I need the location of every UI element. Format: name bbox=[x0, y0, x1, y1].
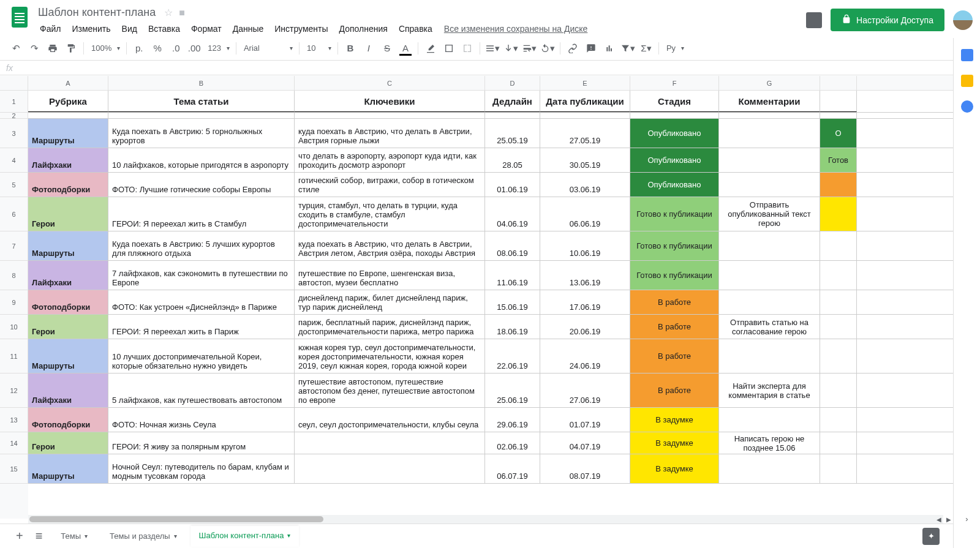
cell[interactable] bbox=[630, 113, 719, 118]
menu-инструменты[interactable]: Инструменты bbox=[270, 21, 332, 36]
sheet-tab[interactable]: Шаблон контент-плана▾ bbox=[190, 526, 300, 547]
cell[interactable]: 15.06.19 bbox=[485, 290, 540, 314]
cell[interactable]: Написать герою не позднее 15.06 bbox=[719, 432, 820, 454]
horizontal-scrollbar[interactable] bbox=[28, 515, 943, 524]
cell[interactable] bbox=[28, 113, 108, 118]
scroll-right-button[interactable]: ▶ bbox=[944, 515, 953, 524]
menu-справка[interactable]: Справка bbox=[394, 21, 437, 36]
undo-button[interactable]: ↶ bbox=[7, 40, 24, 57]
row-header-12[interactable]: 12 bbox=[0, 373, 28, 408]
row-header-3[interactable]: 3 bbox=[0, 119, 28, 148]
row-header-1[interactable]: 1 bbox=[0, 91, 28, 113]
cell[interactable]: ГЕРОИ: Я живу за полярным кругом bbox=[108, 432, 295, 454]
zoom-select[interactable]: 100% bbox=[88, 41, 123, 55]
cell[interactable] bbox=[820, 373, 857, 407]
valign-button[interactable]: ▾ bbox=[502, 40, 519, 57]
cell[interactable]: 03.06.19 bbox=[540, 173, 630, 197]
cell[interactable]: 27.06.19 bbox=[540, 373, 630, 407]
cell[interactable]: 06.07.19 bbox=[485, 454, 540, 483]
row-header-11[interactable]: 11 bbox=[0, 339, 28, 373]
menu-изменить[interactable]: Изменить bbox=[67, 21, 115, 36]
col-header-F[interactable]: F bbox=[630, 76, 719, 90]
calendar-icon[interactable] bbox=[961, 49, 973, 61]
cell[interactable]: В работе bbox=[630, 339, 719, 373]
cell[interactable]: ФОТО: Лучшие готические соборы Европы bbox=[108, 173, 295, 197]
cell[interactable]: Ночной Сеул: путеводитель по барам, клуб… bbox=[108, 454, 295, 483]
strike-button[interactable]: S bbox=[379, 40, 396, 57]
wrap-button[interactable]: ▾ bbox=[521, 40, 538, 57]
row-header-10[interactable]: 10 bbox=[0, 315, 28, 339]
cell[interactable] bbox=[820, 231, 857, 260]
cell[interactable]: путешествие по Европе, шенгенская виза, … bbox=[295, 261, 485, 290]
cell[interactable]: В работе bbox=[630, 290, 719, 314]
cell[interactable] bbox=[820, 432, 857, 454]
sheets-logo[interactable] bbox=[7, 5, 32, 29]
cell[interactable] bbox=[719, 231, 820, 260]
side-panel-collapse-button[interactable]: › bbox=[965, 514, 968, 524]
doc-title[interactable]: Шаблон контент-плана bbox=[36, 5, 158, 20]
cell[interactable]: Маршруты bbox=[28, 231, 108, 260]
filter-button[interactable]: ▾ bbox=[619, 40, 636, 57]
all-sheets-button[interactable]: ≡ bbox=[33, 527, 45, 546]
currency-button[interactable]: р. bbox=[130, 40, 148, 57]
cell[interactable]: В работе bbox=[630, 373, 719, 407]
cell[interactable] bbox=[820, 91, 857, 112]
cell[interactable] bbox=[820, 408, 857, 432]
cell[interactable]: 01.06.19 bbox=[485, 173, 540, 197]
row-header-6[interactable]: 6 bbox=[0, 197, 28, 231]
cell[interactable]: 13.06.19 bbox=[540, 261, 630, 290]
cell[interactable]: 7 лайфхаков, как сэкономить в путешестви… bbox=[108, 261, 295, 290]
cell[interactable]: 11.06.19 bbox=[485, 261, 540, 290]
sheet-tab[interactable]: Темы▾ bbox=[52, 526, 96, 547]
cell[interactable]: 17.06.19 bbox=[540, 290, 630, 314]
bold-button[interactable]: B bbox=[342, 40, 359, 57]
header-cell[interactable]: Рубрика bbox=[28, 91, 108, 112]
header-cell[interactable]: Стадия bbox=[630, 91, 719, 112]
tasks-icon[interactable] bbox=[961, 100, 973, 113]
cell[interactable]: 06.06.19 bbox=[540, 197, 630, 231]
font-select[interactable]: Arial bbox=[240, 41, 271, 55]
cell[interactable]: куда поехать в Австрию, что делать в Авс… bbox=[295, 119, 485, 148]
cell[interactable] bbox=[820, 197, 857, 231]
cell[interactable]: Герои bbox=[28, 315, 108, 339]
row-header-7[interactable]: 7 bbox=[0, 231, 28, 261]
font-size-select[interactable]: 10 bbox=[303, 41, 326, 55]
borders-button[interactable] bbox=[440, 40, 458, 57]
cell[interactable]: 30.05.19 bbox=[540, 148, 630, 172]
cell[interactable]: 08.06.19 bbox=[485, 231, 540, 260]
menu-вставка[interactable]: Вставка bbox=[144, 21, 184, 36]
cell[interactable]: 5 лайфхаков, как путешествовать автостоп… bbox=[108, 373, 295, 407]
col-header-extra[interactable] bbox=[820, 76, 857, 90]
share-button[interactable]: Настройки Доступа bbox=[831, 9, 944, 31]
cell[interactable]: Лайфхаки bbox=[28, 148, 108, 172]
cell[interactable]: 20.06.19 bbox=[540, 315, 630, 339]
cell[interactable]: париж, бесплатный париж, диснейлэнд пари… bbox=[295, 315, 485, 339]
cell[interactable]: южная корея тур, сеул достопримечательно… bbox=[295, 339, 485, 373]
cell[interactable] bbox=[108, 113, 295, 118]
halign-button[interactable]: ▾ bbox=[484, 40, 501, 57]
cell[interactable]: Куда поехать в Австрию: 5 лучших курорто… bbox=[108, 231, 295, 260]
fill-color-button[interactable] bbox=[422, 40, 439, 57]
cell[interactable] bbox=[820, 173, 857, 197]
col-header-C[interactable]: C bbox=[295, 76, 485, 90]
cell[interactable] bbox=[820, 113, 857, 118]
row-header-14[interactable]: 14 bbox=[0, 432, 28, 454]
cell[interactable]: Герои bbox=[28, 197, 108, 231]
cell[interactable]: 10 лучших достопримечательной Кореи, кот… bbox=[108, 339, 295, 373]
cell[interactable]: Фотоподборки bbox=[28, 408, 108, 432]
cell[interactable] bbox=[485, 113, 540, 118]
cell[interactable]: 18.06.19 bbox=[485, 315, 540, 339]
cell[interactable]: Маршруты bbox=[28, 454, 108, 483]
cell[interactable] bbox=[820, 315, 857, 339]
row-header-4[interactable]: 4 bbox=[0, 148, 28, 173]
cell[interactable]: Маршруты bbox=[28, 339, 108, 373]
cell[interactable] bbox=[719, 148, 820, 172]
merge-button[interactable] bbox=[459, 40, 476, 57]
cell[interactable] bbox=[540, 113, 630, 118]
cell[interactable] bbox=[820, 454, 857, 483]
cell[interactable]: Готово к публикации bbox=[630, 231, 719, 260]
percent-button[interactable]: % bbox=[149, 40, 166, 57]
col-header-B[interactable]: B bbox=[108, 76, 295, 90]
cell[interactable]: что делать в аэропорту, аэропорт куда ид… bbox=[295, 148, 485, 172]
header-cell[interactable]: Дедлайн bbox=[485, 91, 540, 112]
